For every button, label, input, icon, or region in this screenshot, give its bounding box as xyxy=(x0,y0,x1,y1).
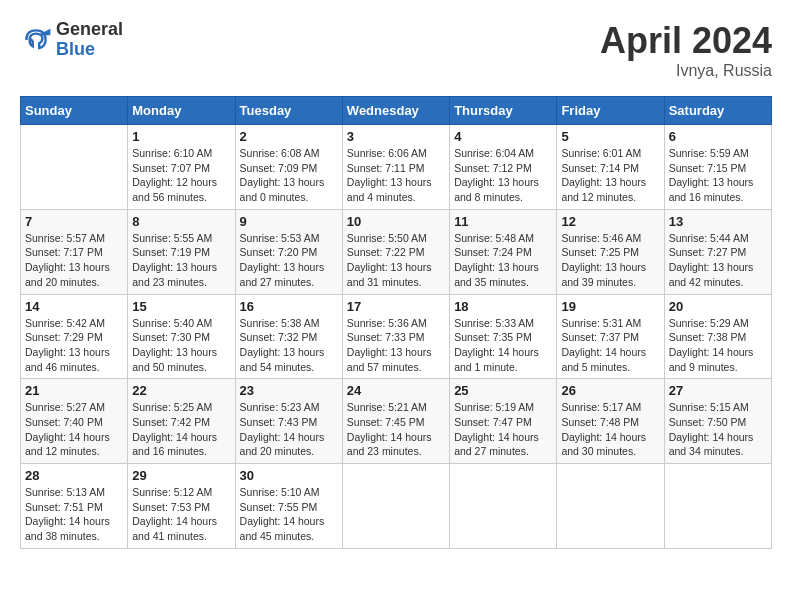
day-info: Sunrise: 5:15 AMSunset: 7:50 PMDaylight:… xyxy=(669,400,767,459)
calendar-cell: 28Sunrise: 5:13 AMSunset: 7:51 PMDayligh… xyxy=(21,464,128,549)
calendar-cell xyxy=(450,464,557,549)
day-number: 9 xyxy=(240,214,338,229)
day-number: 14 xyxy=(25,299,123,314)
calendar-cell: 20Sunrise: 5:29 AMSunset: 7:38 PMDayligh… xyxy=(664,294,771,379)
day-info: Sunrise: 5:19 AMSunset: 7:47 PMDaylight:… xyxy=(454,400,552,459)
day-number: 24 xyxy=(347,383,445,398)
weekday-header: Friday xyxy=(557,97,664,125)
day-info: Sunrise: 5:44 AMSunset: 7:27 PMDaylight:… xyxy=(669,231,767,290)
weekday-header: Wednesday xyxy=(342,97,449,125)
day-info: Sunrise: 5:50 AMSunset: 7:22 PMDaylight:… xyxy=(347,231,445,290)
day-number: 17 xyxy=(347,299,445,314)
day-number: 16 xyxy=(240,299,338,314)
page-header: General Blue April 2024 Ivnya, Russia xyxy=(20,20,772,80)
calendar-cell xyxy=(21,125,128,210)
day-number: 13 xyxy=(669,214,767,229)
day-info: Sunrise: 5:12 AMSunset: 7:53 PMDaylight:… xyxy=(132,485,230,544)
day-number: 22 xyxy=(132,383,230,398)
calendar-cell: 5Sunrise: 6:01 AMSunset: 7:14 PMDaylight… xyxy=(557,125,664,210)
day-number: 1 xyxy=(132,129,230,144)
day-number: 6 xyxy=(669,129,767,144)
calendar-row: 14Sunrise: 5:42 AMSunset: 7:29 PMDayligh… xyxy=(21,294,772,379)
day-number: 23 xyxy=(240,383,338,398)
calendar-cell: 7Sunrise: 5:57 AMSunset: 7:17 PMDaylight… xyxy=(21,209,128,294)
calendar-cell xyxy=(557,464,664,549)
weekday-header: Tuesday xyxy=(235,97,342,125)
calendar-row: 7Sunrise: 5:57 AMSunset: 7:17 PMDaylight… xyxy=(21,209,772,294)
day-info: Sunrise: 5:48 AMSunset: 7:24 PMDaylight:… xyxy=(454,231,552,290)
day-info: Sunrise: 6:04 AMSunset: 7:12 PMDaylight:… xyxy=(454,146,552,205)
day-number: 7 xyxy=(25,214,123,229)
calendar-cell xyxy=(342,464,449,549)
calendar-cell: 10Sunrise: 5:50 AMSunset: 7:22 PMDayligh… xyxy=(342,209,449,294)
day-number: 28 xyxy=(25,468,123,483)
day-number: 19 xyxy=(561,299,659,314)
day-info: Sunrise: 5:53 AMSunset: 7:20 PMDaylight:… xyxy=(240,231,338,290)
day-info: Sunrise: 6:06 AMSunset: 7:11 PMDaylight:… xyxy=(347,146,445,205)
calendar-table: SundayMondayTuesdayWednesdayThursdayFrid… xyxy=(20,96,772,549)
day-number: 25 xyxy=(454,383,552,398)
calendar-cell: 11Sunrise: 5:48 AMSunset: 7:24 PMDayligh… xyxy=(450,209,557,294)
day-info: Sunrise: 5:23 AMSunset: 7:43 PMDaylight:… xyxy=(240,400,338,459)
day-number: 10 xyxy=(347,214,445,229)
day-number: 20 xyxy=(669,299,767,314)
day-info: Sunrise: 5:55 AMSunset: 7:19 PMDaylight:… xyxy=(132,231,230,290)
calendar-cell: 30Sunrise: 5:10 AMSunset: 7:55 PMDayligh… xyxy=(235,464,342,549)
calendar-cell: 2Sunrise: 6:08 AMSunset: 7:09 PMDaylight… xyxy=(235,125,342,210)
calendar-cell: 22Sunrise: 5:25 AMSunset: 7:42 PMDayligh… xyxy=(128,379,235,464)
day-number: 27 xyxy=(669,383,767,398)
calendar-cell: 17Sunrise: 5:36 AMSunset: 7:33 PMDayligh… xyxy=(342,294,449,379)
day-info: Sunrise: 6:08 AMSunset: 7:09 PMDaylight:… xyxy=(240,146,338,205)
day-number: 11 xyxy=(454,214,552,229)
calendar-cell: 15Sunrise: 5:40 AMSunset: 7:30 PMDayligh… xyxy=(128,294,235,379)
calendar-cell: 25Sunrise: 5:19 AMSunset: 7:47 PMDayligh… xyxy=(450,379,557,464)
day-info: Sunrise: 6:10 AMSunset: 7:07 PMDaylight:… xyxy=(132,146,230,205)
calendar-cell: 19Sunrise: 5:31 AMSunset: 7:37 PMDayligh… xyxy=(557,294,664,379)
day-info: Sunrise: 5:31 AMSunset: 7:37 PMDaylight:… xyxy=(561,316,659,375)
calendar-cell: 1Sunrise: 6:10 AMSunset: 7:07 PMDaylight… xyxy=(128,125,235,210)
title-block: April 2024 Ivnya, Russia xyxy=(600,20,772,80)
day-info: Sunrise: 5:57 AMSunset: 7:17 PMDaylight:… xyxy=(25,231,123,290)
calendar-cell: 9Sunrise: 5:53 AMSunset: 7:20 PMDaylight… xyxy=(235,209,342,294)
calendar-cell: 13Sunrise: 5:44 AMSunset: 7:27 PMDayligh… xyxy=(664,209,771,294)
day-number: 29 xyxy=(132,468,230,483)
day-number: 2 xyxy=(240,129,338,144)
day-info: Sunrise: 5:21 AMSunset: 7:45 PMDaylight:… xyxy=(347,400,445,459)
day-number: 8 xyxy=(132,214,230,229)
day-info: Sunrise: 5:59 AMSunset: 7:15 PMDaylight:… xyxy=(669,146,767,205)
calendar-cell: 26Sunrise: 5:17 AMSunset: 7:48 PMDayligh… xyxy=(557,379,664,464)
calendar-row: 28Sunrise: 5:13 AMSunset: 7:51 PMDayligh… xyxy=(21,464,772,549)
calendar-cell: 4Sunrise: 6:04 AMSunset: 7:12 PMDaylight… xyxy=(450,125,557,210)
day-info: Sunrise: 5:33 AMSunset: 7:35 PMDaylight:… xyxy=(454,316,552,375)
day-info: Sunrise: 5:42 AMSunset: 7:29 PMDaylight:… xyxy=(25,316,123,375)
day-info: Sunrise: 5:27 AMSunset: 7:40 PMDaylight:… xyxy=(25,400,123,459)
day-info: Sunrise: 5:36 AMSunset: 7:33 PMDaylight:… xyxy=(347,316,445,375)
calendar-cell: 21Sunrise: 5:27 AMSunset: 7:40 PMDayligh… xyxy=(21,379,128,464)
calendar-cell: 3Sunrise: 6:06 AMSunset: 7:11 PMDaylight… xyxy=(342,125,449,210)
weekday-header: Saturday xyxy=(664,97,771,125)
calendar-cell: 12Sunrise: 5:46 AMSunset: 7:25 PMDayligh… xyxy=(557,209,664,294)
calendar-cell: 6Sunrise: 5:59 AMSunset: 7:15 PMDaylight… xyxy=(664,125,771,210)
calendar-cell: 27Sunrise: 5:15 AMSunset: 7:50 PMDayligh… xyxy=(664,379,771,464)
calendar-cell: 18Sunrise: 5:33 AMSunset: 7:35 PMDayligh… xyxy=(450,294,557,379)
weekday-header: Monday xyxy=(128,97,235,125)
day-info: Sunrise: 5:38 AMSunset: 7:32 PMDaylight:… xyxy=(240,316,338,375)
day-number: 15 xyxy=(132,299,230,314)
weekday-header: Sunday xyxy=(21,97,128,125)
calendar-cell: 24Sunrise: 5:21 AMSunset: 7:45 PMDayligh… xyxy=(342,379,449,464)
day-info: Sunrise: 5:40 AMSunset: 7:30 PMDaylight:… xyxy=(132,316,230,375)
day-number: 12 xyxy=(561,214,659,229)
month-year-title: April 2024 xyxy=(600,20,772,62)
day-info: Sunrise: 5:46 AMSunset: 7:25 PMDaylight:… xyxy=(561,231,659,290)
calendar-cell: 29Sunrise: 5:12 AMSunset: 7:53 PMDayligh… xyxy=(128,464,235,549)
day-info: Sunrise: 5:25 AMSunset: 7:42 PMDaylight:… xyxy=(132,400,230,459)
calendar-row: 1Sunrise: 6:10 AMSunset: 7:07 PMDaylight… xyxy=(21,125,772,210)
day-number: 21 xyxy=(25,383,123,398)
day-number: 26 xyxy=(561,383,659,398)
day-info: Sunrise: 6:01 AMSunset: 7:14 PMDaylight:… xyxy=(561,146,659,205)
day-info: Sunrise: 5:17 AMSunset: 7:48 PMDaylight:… xyxy=(561,400,659,459)
logo-blue-text: Blue xyxy=(56,40,123,60)
location-text: Ivnya, Russia xyxy=(600,62,772,80)
day-number: 4 xyxy=(454,129,552,144)
calendar-cell: 8Sunrise: 5:55 AMSunset: 7:19 PMDaylight… xyxy=(128,209,235,294)
